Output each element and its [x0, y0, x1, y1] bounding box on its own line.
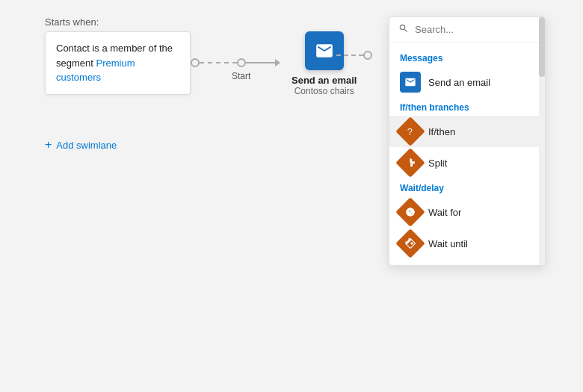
send-email-icon	[400, 72, 421, 93]
email-node-sublabel: Contoso chairs	[294, 86, 354, 96]
action-picker-panel: Messages Send an email If/then branches …	[389, 16, 546, 266]
wait-until-icon	[395, 228, 425, 258]
wait-for-icon	[395, 197, 425, 227]
split-icon	[395, 148, 425, 178]
email-action-node[interactable]: Send an email Contoso chairs	[292, 31, 357, 96]
email-node-label: Send an email	[292, 75, 357, 86]
section-messages-label: Messages	[389, 49, 539, 66]
arrow-line	[246, 62, 276, 63]
email-icon	[315, 41, 334, 60]
after-email-connector	[336, 51, 372, 60]
panel-content: Messages Send an email If/then branches …	[389, 43, 545, 265]
section-ifthen-label: If/then branches	[389, 98, 539, 116]
menu-item-wait-for[interactable]: Wait for	[389, 196, 539, 228]
plus-icon: +	[45, 138, 52, 152]
section-wait-label: Wait/delay	[389, 178, 539, 196]
menu-item-wait-for-label: Wait for	[428, 207, 461, 218]
search-input[interactable]	[415, 24, 536, 35]
add-swimlane-button[interactable]: + Add swimlane	[45, 138, 117, 152]
menu-item-ifthen[interactable]: ? If/then	[389, 116, 539, 147]
connector-dot-left	[191, 58, 200, 67]
menu-item-send-email[interactable]: Send an email	[389, 66, 539, 98]
starts-when-label: Starts when:	[45, 16, 99, 28]
connector-dot-mid	[237, 58, 246, 67]
scroll-thumb[interactable]	[539, 17, 545, 77]
scroll-track	[539, 17, 545, 265]
menu-item-send-email-label: Send an email	[428, 77, 490, 88]
search-icon	[398, 23, 409, 36]
flow-connector	[191, 58, 276, 67]
connector-dot-right	[363, 51, 372, 60]
canvas: Starts when: Contact is a member of the …	[0, 0, 583, 392]
search-box	[389, 17, 545, 43]
menu-item-split-label: Split	[428, 158, 447, 169]
dashed-line-left	[200, 62, 237, 63]
trigger-card: Contact is a member of the segment Premi…	[45, 31, 191, 95]
menu-item-wait-until[interactable]: Wait until	[389, 228, 539, 259]
menu-item-ifthen-label: If/then	[428, 126, 455, 137]
menu-item-wait-until-label: Wait until	[428, 238, 468, 249]
dashed-line-right	[336, 55, 363, 56]
menu-item-split[interactable]: Split	[389, 147, 539, 178]
start-label: Start	[232, 71, 250, 81]
ifthen-icon: ?	[395, 116, 425, 146]
add-swimlane-label: Add swimlane	[56, 140, 117, 151]
